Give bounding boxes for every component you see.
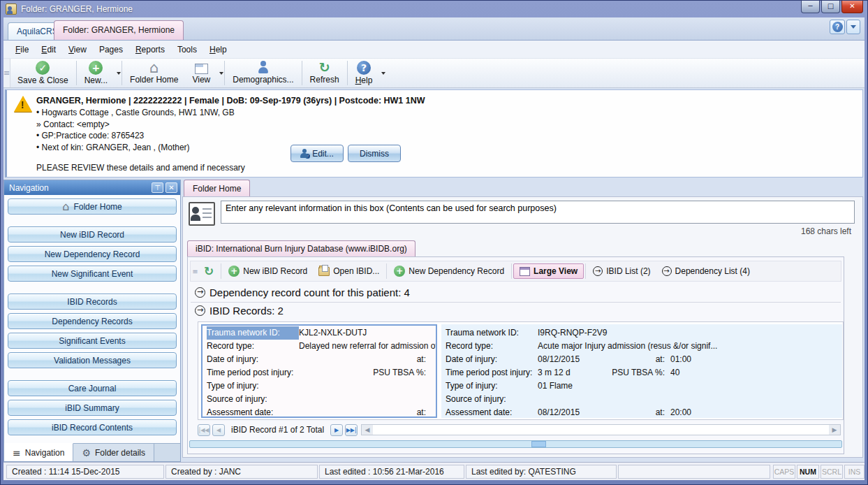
- record-field-row: Source of injury:: [441, 393, 842, 406]
- person-icon: [257, 61, 270, 74]
- close-button[interactable]: ✕: [841, 1, 863, 13]
- inner-horizontal-scrollbar[interactable]: ◀ ▶: [361, 424, 841, 435]
- ins-indicator: INS: [844, 465, 865, 479]
- field-label: Assessment date:: [207, 406, 299, 418]
- menu-tools[interactable]: Tools: [171, 43, 203, 57]
- window-view-icon: [195, 64, 208, 74]
- sidebar-item-folder-home[interactable]: ⌂ Folder Home: [8, 198, 177, 215]
- open-folder-icon: [318, 267, 330, 276]
- tab-folder-home[interactable]: Folder Home: [184, 180, 250, 197]
- dependency-list-button[interactable]: → Dependency List (4): [656, 264, 756, 278]
- toolbar-grip[interactable]: ≡: [192, 268, 198, 275]
- field-value: [538, 393, 842, 406]
- navigation-panel-title: Navigation: [9, 183, 149, 193]
- tab-folder-details[interactable]: ⚙ Folder details: [73, 444, 154, 461]
- patient-banner: GRANGER, Hermione | 2222222222 | Female …: [5, 89, 863, 178]
- last-record-button[interactable]: ▶▶|: [345, 424, 358, 436]
- main-toolbar: ≡ ✓ Save & Close + New... ⌂ Folder Home: [3, 59, 865, 88]
- sidebar-item-new-dependency-record[interactable]: New Dependency Record: [8, 246, 177, 262]
- tab-folder[interactable]: Folder: GRANGER, Hermione: [54, 20, 184, 40]
- record-card-selected[interactable]: Trauma network ID: KJL2-NXLK-DUTJ Record…: [201, 324, 437, 418]
- menu-file[interactable]: File: [9, 43, 35, 57]
- pin-icon[interactable]: ⊤: [152, 182, 163, 193]
- outer-horizontal-scrollbar[interactable]: [189, 440, 842, 448]
- new-dependency-record-button[interactable]: + New Dependency Record: [388, 263, 510, 279]
- help-circle-icon: ?: [357, 61, 371, 75]
- folder-home-panel: Enter any relevant information in this b…: [182, 196, 863, 458]
- help-button[interactable]: ? Help: [348, 59, 386, 87]
- maximize-button[interactable]: □: [821, 1, 840, 13]
- sidebar-item-new-significant-event[interactable]: New Significant Event: [8, 266, 177, 282]
- status-last-edited-by: Last edited by: QATESTING: [466, 465, 617, 479]
- ibid-refresh-button[interactable]: ↻: [198, 262, 219, 280]
- scroll-left-icon[interactable]: ◀: [362, 425, 373, 435]
- demographics-button[interactable]: Demographics...: [226, 59, 300, 87]
- sidebar-item-ibid-record-contents[interactable]: iBID Record Contents: [8, 419, 177, 435]
- notes-input[interactable]: Enter any relevant information in this b…: [221, 201, 855, 224]
- menu-bar: File Edit View Pages Reports Tools Help: [3, 41, 865, 59]
- field-subvalue: [432, 366, 436, 379]
- sidebar-item-ibid-records[interactable]: IBID Records: [8, 294, 177, 310]
- new-button[interactable]: + New...: [78, 59, 121, 87]
- banner-zone: GRANGER, Hermione | 2222222222 | Female …: [3, 88, 865, 180]
- record-field-row: Time period post injury: PSU TBSA %:: [203, 366, 436, 379]
- ibid-list-button[interactable]: → IBID List (2): [587, 264, 656, 278]
- view-button[interactable]: View: [185, 59, 223, 87]
- field-sublabel: at:: [604, 406, 670, 418]
- next-record-button[interactable]: ▶: [330, 424, 343, 436]
- sidebar-item-significant-events[interactable]: Significant Events: [8, 333, 177, 349]
- window-title: Folder: GRANGER, Hermione: [21, 4, 133, 14]
- client-area: AquilaCRS Folder: GRANGER, Hermione ? Fi…: [3, 17, 865, 480]
- status-created-by: Created by : JANC: [165, 465, 318, 479]
- previous-record-button[interactable]: ◀: [212, 424, 225, 436]
- sidebar-item-validation-messages[interactable]: Validation Messages: [8, 352, 177, 368]
- field-sublabel: at:: [365, 406, 432, 418]
- menu-pages[interactable]: Pages: [93, 43, 129, 57]
- save-close-button[interactable]: ✓ Save & Close: [10, 59, 75, 87]
- minimize-button[interactable]: ─: [801, 1, 820, 13]
- sidebar-item-new-ibid-record[interactable]: New iBID Record: [8, 226, 177, 243]
- field-label: Time period post injury:: [446, 366, 538, 379]
- dismiss-button[interactable]: Dismiss: [348, 145, 401, 162]
- navigation-panel-header: Navigation ⊤ ✕: [4, 180, 180, 195]
- check-circle-icon: ✓: [36, 61, 50, 75]
- edit-button[interactable]: i Edit...: [290, 145, 344, 162]
- first-record-button[interactable]: |◀◀: [198, 424, 210, 436]
- record-cards-container: Trauma network ID: KJL2-NXLK-DUTJ Record…: [198, 321, 844, 420]
- title-bar: Folder: GRANGER, Hermione ─ □ ✕: [1, 1, 867, 17]
- folder-home-button[interactable]: ⌂ Folder Home: [123, 59, 185, 87]
- scroll-right-icon[interactable]: ▶: [829, 425, 840, 435]
- ibid-toolbar: ≡ ↻ + New iBID Record Open IBID...: [190, 261, 841, 282]
- sidebar-item-dependency-records[interactable]: Dependency Records: [8, 313, 177, 329]
- field-subvalue: [432, 406, 436, 418]
- circle-arrow-icon: →: [662, 266, 672, 276]
- field-label: Source of injury:: [207, 393, 299, 406]
- chevron-down-icon[interactable]: [846, 20, 860, 34]
- menu-reports[interactable]: Reports: [129, 43, 171, 57]
- record-field-row: Assessment date: 08/12/2015 at: 20:00: [441, 406, 842, 418]
- tab-folder-label: Folder: GRANGER, Hermione: [63, 25, 175, 35]
- close-icon[interactable]: ✕: [165, 182, 177, 193]
- sidebar-item-care-journal[interactable]: Care Journal: [8, 380, 177, 396]
- patient-address: • Hogwarts Cottage , Castle Grounds, HW1…: [36, 108, 681, 117]
- field-value: Delayed new referral for admission of no…: [299, 340, 436, 353]
- menu-help[interactable]: Help: [203, 43, 233, 57]
- large-view-button[interactable]: Large View: [513, 263, 584, 279]
- open-ibid-button[interactable]: Open IBID...: [313, 264, 385, 278]
- record-card[interactable]: Trauma network ID: I9RQ-RNQP-F2V9 Record…: [441, 324, 842, 418]
- sidebar-item-ibid-summary[interactable]: iBID Summary: [8, 400, 177, 416]
- toolbar-grip[interactable]: ≡: [3, 59, 10, 87]
- field-label: Type of injury:: [446, 379, 538, 393]
- status-created: Created : 11:14 15-Dec-2015: [6, 465, 164, 479]
- new-ibid-record-button[interactable]: + New iBID Record: [223, 263, 313, 279]
- menu-edit[interactable]: Edit: [35, 43, 62, 57]
- tab-navigation[interactable]: ≡ Navigation: [4, 443, 73, 461]
- tab-ibid-database[interactable]: iBID: International Burn Injury Database…: [187, 240, 415, 257]
- person-info-icon: i: [300, 149, 309, 158]
- scrollbar-thumb[interactable]: [531, 441, 546, 447]
- menu-view[interactable]: View: [62, 43, 93, 57]
- field-label: Source of injury:: [446, 393, 538, 406]
- help-button-small[interactable]: ?: [830, 20, 845, 34]
- field-label: Record type:: [207, 340, 299, 353]
- refresh-button[interactable]: ↻ Refresh: [303, 59, 346, 87]
